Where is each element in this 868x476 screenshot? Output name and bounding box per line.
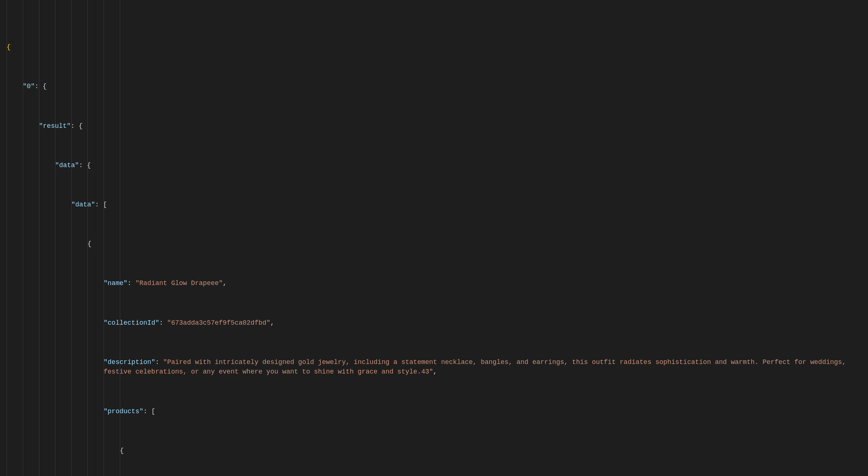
key-name: name xyxy=(108,280,123,287)
indent-guides xyxy=(0,0,16,476)
json-editor[interactable]: { "0": { "result": { "data": { "data": [… xyxy=(0,0,868,476)
json-line: "name": "Radiant Glow Drapeee", xyxy=(7,278,868,288)
key-result: result xyxy=(43,122,67,130)
json-line: { xyxy=(7,239,868,249)
val-collectionId: 673adda3c57ef9f5ca02dfbd xyxy=(171,319,266,327)
key-products: products xyxy=(108,408,139,415)
json-line: { xyxy=(7,446,868,456)
json-line: "data": [ xyxy=(7,200,868,210)
key-0: 0 xyxy=(27,83,31,90)
key-data2: data xyxy=(75,201,91,208)
key-data1: data xyxy=(59,162,75,169)
json-line: "description": "Paired with intricately … xyxy=(7,357,868,377)
val-description: Paired with intricately designed gold je… xyxy=(104,358,850,376)
json-line: "0": { xyxy=(7,82,868,91)
json-line: { xyxy=(7,42,868,52)
key-description: description xyxy=(108,358,151,366)
val-name: Radiant Glow Drapeee xyxy=(139,280,219,287)
json-line: "products": [ xyxy=(7,407,868,416)
json-line: "data": { xyxy=(7,161,868,170)
json-line: "collectionId": "673adda3c57ef9f5ca02dfb… xyxy=(7,318,868,328)
json-line: "result": { xyxy=(7,121,868,131)
key-collectionId: collectionId xyxy=(108,319,155,327)
